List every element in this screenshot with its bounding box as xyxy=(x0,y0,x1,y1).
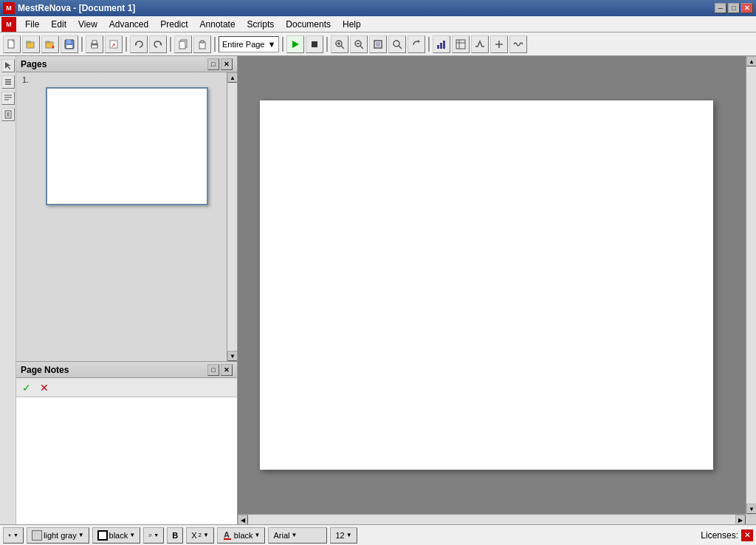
subscript-button[interactable]: X2 ▼ xyxy=(186,527,214,544)
align-button[interactable]: ▼ xyxy=(143,527,164,544)
font-size-dropdown[interactable]: 12 ▼ xyxy=(330,527,357,544)
svg-rect-7 xyxy=(66,40,71,44)
new-button[interactable] xyxy=(3,35,21,53)
svg-rect-37 xyxy=(456,40,465,49)
app-logo: M xyxy=(3,2,15,14)
play-button[interactable] xyxy=(286,35,304,53)
scroll-horizontal-track[interactable] xyxy=(248,515,735,524)
svg-rect-30 xyxy=(376,42,380,47)
menu-documents[interactable]: Documents xyxy=(280,18,337,31)
scrollbar-corner xyxy=(746,514,756,524)
font-color-button[interactable]: A black ▼ xyxy=(217,527,266,544)
menu-annotate[interactable]: Annotate xyxy=(194,18,241,31)
minimize-button[interactable]: ─ xyxy=(715,3,726,13)
notes-cancel-button[interactable]: ✕ xyxy=(37,380,52,395)
svg-rect-4 xyxy=(46,41,49,43)
scroll-left-button[interactable]: ◀ xyxy=(238,515,248,524)
bg-color-button[interactable]: light gray ▼ xyxy=(27,527,89,544)
menu-file[interactable]: File xyxy=(19,18,45,31)
cursor-tool-button[interactable]: ▼ xyxy=(3,527,24,544)
paste-button[interactable] xyxy=(193,35,211,53)
notes-close-button[interactable]: ✕ xyxy=(221,364,233,376)
border-color-button[interactable]: black ▼ xyxy=(92,527,141,544)
pages-scroll-track[interactable] xyxy=(227,83,237,351)
scroll-up-button[interactable]: ▲ xyxy=(746,56,756,66)
save-button[interactable] xyxy=(61,35,78,53)
svg-text:▼: ▼ xyxy=(51,45,55,49)
font-color-a: A xyxy=(222,529,233,541)
redo-button[interactable] xyxy=(149,35,167,53)
chart-button[interactable] xyxy=(433,35,450,53)
canvas-area[interactable] xyxy=(238,56,746,514)
scroll-right-button[interactable]: ▶ xyxy=(735,515,746,524)
canvas-row: ▲ ▼ xyxy=(238,56,756,514)
pages-float-button[interactable]: □ xyxy=(207,58,219,70)
print-button[interactable] xyxy=(86,35,103,53)
rotate-button[interactable] xyxy=(408,35,425,53)
menu-advanced[interactable]: Advanced xyxy=(103,18,154,31)
notes-float-button[interactable]: □ xyxy=(207,364,219,376)
view-dropdown[interactable]: Entire Page ▼ xyxy=(219,36,279,52)
subscript-arrow: ▼ xyxy=(203,532,209,538)
maximize-button[interactable]: □ xyxy=(728,3,740,13)
wave-button[interactable] xyxy=(509,35,527,53)
zoom-out-button[interactable] xyxy=(350,35,368,53)
close-button[interactable]: ✕ xyxy=(741,3,753,13)
pages-scroll-up[interactable]: ▲ xyxy=(227,72,237,83)
notes-panel: Page Notes □ ✕ ✓ ✕ xyxy=(16,362,237,524)
notes-header-buttons: □ ✕ xyxy=(207,364,233,376)
pages-scroll-area[interactable]: 1. ▲ ▼ xyxy=(16,72,237,361)
side-icon-properties[interactable] xyxy=(1,108,15,121)
open-button[interactable] xyxy=(22,35,40,53)
menu-bar: M File Edit View Advanced Predict Annota… xyxy=(0,16,756,32)
separator-3 xyxy=(170,37,171,52)
menu-predict[interactable]: Predict xyxy=(154,18,193,31)
side-icon-align[interactable] xyxy=(1,92,15,105)
side-icon-cursor[interactable] xyxy=(1,59,15,72)
zoom-in-button[interactable] xyxy=(331,35,348,53)
side-icon-list[interactable] xyxy=(1,75,15,89)
font-color-arrow: ▼ xyxy=(255,532,261,538)
pages-scrollbar[interactable]: ▲ ▼ xyxy=(227,72,237,361)
export-button[interactable]: ↗ xyxy=(105,35,123,53)
pages-close-button[interactable]: ✕ xyxy=(221,58,233,70)
menu-edit[interactable]: Edit xyxy=(45,18,72,31)
stop-button[interactable] xyxy=(306,35,323,53)
border-color-label: black xyxy=(109,531,128,540)
font-name-dropdown[interactable]: Arial ▼ xyxy=(268,527,327,544)
font-name-arrow: ▼ xyxy=(291,532,297,538)
svg-rect-11 xyxy=(92,45,97,48)
open-recent-button[interactable]: ▼ xyxy=(41,35,59,53)
plus-button[interactable] xyxy=(490,35,508,53)
menu-view[interactable]: View xyxy=(72,18,103,31)
view-dropdown-arrow: ▼ xyxy=(267,40,275,49)
pages-scroll-down[interactable]: ▼ xyxy=(227,351,237,361)
copy-button[interactable] xyxy=(174,35,192,53)
svg-rect-58 xyxy=(224,538,231,540)
main-scrollbar-horizontal[interactable]: ◀ ▶ xyxy=(238,514,746,524)
scroll-down-button[interactable]: ▼ xyxy=(746,504,756,514)
page-number-label: 1. xyxy=(22,75,29,84)
licenses-icon[interactable]: ✕ xyxy=(741,529,753,541)
svg-line-27 xyxy=(360,46,363,49)
document-page xyxy=(260,100,713,470)
undo-button[interactable] xyxy=(130,35,148,53)
separator-7 xyxy=(428,37,430,52)
main-toolbar: ▼ ↗ Entire Page ▼ xyxy=(0,32,756,56)
notes-content-area[interactable] xyxy=(16,397,237,524)
page-thumbnail[interactable] xyxy=(46,87,208,205)
data-table-button[interactable] xyxy=(452,35,470,53)
cursor-dropdown-arrow: ▼ xyxy=(13,532,18,538)
peak-button[interactable] xyxy=(471,35,489,53)
menu-help[interactable]: Help xyxy=(337,18,367,31)
zoom-select-button[interactable] xyxy=(388,35,406,53)
svg-marker-53 xyxy=(9,533,11,536)
svg-rect-34 xyxy=(437,45,439,49)
main-scrollbar-vertical[interactable]: ▲ ▼ xyxy=(746,56,756,514)
menu-scripts[interactable]: Scripts xyxy=(241,18,281,31)
zoom-fit-button[interactable] xyxy=(369,35,387,53)
bold-button[interactable]: B xyxy=(167,527,183,544)
notes-toolbar: ✓ ✕ xyxy=(16,378,237,397)
scroll-vertical-track[interactable] xyxy=(746,66,756,504)
notes-confirm-button[interactable]: ✓ xyxy=(19,380,34,395)
